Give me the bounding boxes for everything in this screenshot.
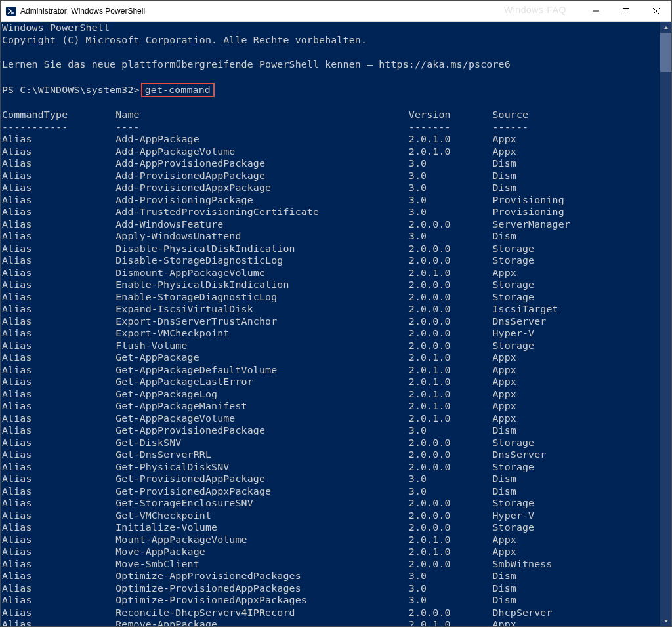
table-row: Alias Apply-WindowsUnattend 3.0 Dism xyxy=(2,230,660,243)
table-header: CommandType Name Version Source xyxy=(2,109,660,121)
maximize-button[interactable] xyxy=(611,1,641,21)
table-row: Alias Flush-Volume 2.0.0.0 Storage xyxy=(2,340,660,352)
terminal-output[interactable]: Windows PowerShellCopyright (C) Microsof… xyxy=(1,22,660,626)
prompt-line: PS C:\WINDOWS\system32>get-command xyxy=(2,83,660,97)
table-row: Alias Add-ProvisionedAppPackage 3.0 Dism xyxy=(2,170,660,182)
window-controls xyxy=(581,1,671,21)
table-row: Alias Get-AppPackageLog 2.0.1.0 Appx xyxy=(2,388,660,401)
blank-line xyxy=(2,97,660,110)
table-row: Alias Reconcile-DhcpServerv4IPRecord 2.0… xyxy=(2,607,660,619)
table-row: Alias Add-AppPackageVolume 2.0.1.0 Appx xyxy=(2,146,660,158)
table-row: Alias Get-ProvisionedAppxPackage 3.0 Dis… xyxy=(2,485,660,498)
table-row: Alias Optimize-ProvisionedAppPackages 3.… xyxy=(2,582,660,595)
banner-line: Copyright (C) Microsoft Corporation. All… xyxy=(2,34,660,47)
table-row: Alias Get-DiskSNV 2.0.0.0 Storage xyxy=(2,437,660,449)
table-row: Alias Disable-PhysicalDiskIndication 2.0… xyxy=(2,243,660,255)
table-row: Alias Move-SmbClient 2.0.0.0 SmbWitness xyxy=(2,558,660,571)
vertical-scrollbar[interactable] xyxy=(660,22,671,626)
powershell-window: Administrator: Windows PowerShell Window… xyxy=(0,0,672,627)
table-row: Alias Get-StorageEnclosureSNV 2.0.0.0 St… xyxy=(2,497,660,510)
table-row: Alias Export-DnsServerTrustAnchor 2.0.0.… xyxy=(2,315,660,328)
table-row: Alias Get-AppPackageDefaultVolume 2.0.1.… xyxy=(2,364,660,376)
table-row: Alias Get-AppPackageManifest 2.0.1.0 App… xyxy=(2,400,660,413)
table-row: Alias Optimize-ProvisionedAppxPackages 3… xyxy=(2,594,660,607)
table-row: Alias Add-ProvisioningPackage 3.0 Provis… xyxy=(2,194,660,207)
minimize-button[interactable] xyxy=(581,1,611,21)
scroll-up-button[interactable] xyxy=(660,22,671,33)
table-row: Alias Enable-PhysicalDiskIndication 2.0.… xyxy=(2,279,660,291)
table-row: Alias Move-AppPackage 2.0.1.0 Appx xyxy=(2,546,660,558)
powershell-icon xyxy=(6,6,16,16)
command-highlight: get-command xyxy=(141,83,215,97)
close-button[interactable] xyxy=(641,1,671,21)
table-row: Alias Remove-AppPackage 2.0.1.0 Appx xyxy=(2,618,660,626)
table-row: Alias Add-ProvisionedAppxPackage 3.0 Dis… xyxy=(2,182,660,194)
table-row: Alias Get-AppPackageVolume 2.0.1.0 Appx xyxy=(2,413,660,425)
scroll-down-button[interactable] xyxy=(660,615,671,626)
table-row: Alias Enable-StorageDiagnosticLog 2.0.0.… xyxy=(2,291,660,304)
table-row: Alias Dismount-AppPackageVolume 2.0.1.0 … xyxy=(2,267,660,279)
table-row: Alias Add-TrustedProvisioningCertificate… xyxy=(2,206,660,218)
table-row: Alias Export-VMCheckpoint 2.0.0.0 Hyper-… xyxy=(2,327,660,340)
table-row: Alias Get-DnsServerRRL 2.0.0.0 DnsServer xyxy=(2,449,660,461)
window-title: Administrator: Windows PowerShell xyxy=(20,7,581,16)
table-row: Alias Optimize-AppProvisionedPackages 3.… xyxy=(2,570,660,582)
scrollbar-track[interactable] xyxy=(660,33,671,615)
svg-rect-1 xyxy=(623,8,629,14)
table-row: Alias Get-AppPackage 2.0.1.0 Appx xyxy=(2,352,660,364)
table-row: Alias Get-AppProvisionedPackage 3.0 Dism xyxy=(2,424,660,437)
table-row: Alias Disable-StorageDiagnosticLog 2.0.0… xyxy=(2,254,660,267)
table-row: Alias Add-AppProvisionedPackage 3.0 Dism xyxy=(2,157,660,170)
table-row: Alias Get-PhysicalDiskSNV 2.0.0.0 Storag… xyxy=(2,461,660,474)
scrollbar-thumb[interactable] xyxy=(660,33,671,72)
table-row: Alias Get-AppPackageLastError 2.0.1.0 Ap… xyxy=(2,376,660,388)
blank-line xyxy=(2,70,660,83)
table-row: Alias Get-VMCheckpoint 2.0.0.0 Hyper-V xyxy=(2,510,660,522)
titlebar[interactable]: Administrator: Windows PowerShell Window… xyxy=(1,1,671,22)
client-area: Windows PowerShellCopyright (C) Microsof… xyxy=(1,22,671,626)
banner-line: Lernen Sie das neue plattformübergreifen… xyxy=(2,58,660,71)
blank-line xyxy=(2,46,660,58)
table-row: Alias Initialize-Volume 2.0.0.0 Storage xyxy=(2,521,660,534)
table-row: Alias Add-AppPackage 2.0.1.0 Appx xyxy=(2,133,660,146)
table-row: Alias Mount-AppPackageVolume 2.0.1.0 App… xyxy=(2,534,660,546)
table-header-rule: ----------- ---- ------- ------ xyxy=(2,121,660,134)
banner-line: Windows PowerShell xyxy=(2,22,660,34)
table-row: Alias Expand-IscsiVirtualDisk 2.0.0.0 Is… xyxy=(2,303,660,315)
table-row: Alias Get-ProvisionedAppPackage 3.0 Dism xyxy=(2,473,660,485)
table-row: Alias Add-WindowsFeature 2.0.0.0 ServerM… xyxy=(2,218,660,231)
